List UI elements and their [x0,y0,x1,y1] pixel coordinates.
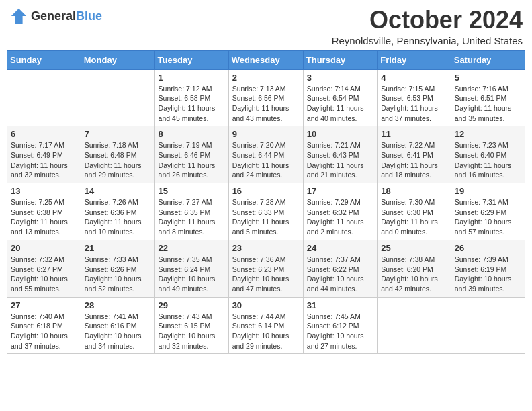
weekday-header-monday: Monday [81,50,154,69]
calendar-cell: 21Sunrise: 7:33 AMSunset: 6:26 PMDayligh… [81,240,154,297]
cell-info: Sunrise: 7:27 AMSunset: 6:35 PMDaylight:… [159,197,225,237]
calendar-cell [378,297,451,354]
cell-info: Sunrise: 7:44 AMSunset: 6:14 PMDaylight:… [232,312,300,351]
cell-info: Sunrise: 7:21 AMSunset: 6:43 PMDaylight:… [307,140,373,180]
calendar-week-row: 27Sunrise: 7:40 AMSunset: 6:18 PMDayligh… [7,297,525,354]
calendar-cell: 19Sunrise: 7:31 AMSunset: 6:29 PMDayligh… [451,183,525,240]
cell-info: Sunrise: 7:26 AMSunset: 6:36 PMDaylight:… [85,197,151,237]
day-number: 8 [159,129,225,139]
cell-info: Sunrise: 7:45 AMSunset: 6:12 PMDaylight:… [307,312,373,351]
calendar-cell: 29Sunrise: 7:43 AMSunset: 6:15 PMDayligh… [154,297,228,354]
calendar-cell: 16Sunrise: 7:28 AMSunset: 6:33 PMDayligh… [228,183,303,240]
day-number: 21 [85,243,151,253]
calendar-cell: 13Sunrise: 7:25 AMSunset: 6:38 PMDayligh… [7,183,81,240]
calendar-week-row: 13Sunrise: 7:25 AMSunset: 6:38 PMDayligh… [7,183,525,240]
cell-info: Sunrise: 7:32 AMSunset: 6:27 PMDaylight:… [11,255,77,294]
cell-info: Sunrise: 7:43 AMSunset: 6:15 PMDaylight:… [159,312,225,351]
day-number: 10 [307,129,373,139]
day-number: 31 [307,300,373,310]
day-number: 11 [381,129,447,139]
location-title: Reynoldsville, Pennsylvania, United Stat… [332,35,523,46]
calendar-cell: 17Sunrise: 7:29 AMSunset: 6:32 PMDayligh… [303,183,377,240]
cell-info: Sunrise: 7:23 AMSunset: 6:40 PMDaylight:… [455,140,521,180]
cell-info: Sunrise: 7:35 AMSunset: 6:24 PMDaylight:… [159,255,225,294]
cell-info: Sunrise: 7:40 AMSunset: 6:18 PMDaylight:… [11,312,77,351]
calendar-cell: 15Sunrise: 7:27 AMSunset: 6:35 PMDayligh… [154,183,228,240]
weekday-header-wednesday: Wednesday [228,50,303,69]
day-number: 13 [11,186,77,196]
day-number: 30 [232,300,300,310]
cell-info: Sunrise: 7:38 AMSunset: 6:20 PMDaylight:… [381,255,447,294]
cell-info: Sunrise: 7:15 AMSunset: 6:53 PMDaylight:… [381,84,447,124]
calendar-cell: 27Sunrise: 7:40 AMSunset: 6:18 PMDayligh… [7,297,81,354]
calendar-week-row: 1Sunrise: 7:12 AMSunset: 6:58 PMDaylight… [7,69,525,126]
calendar-cell: 26Sunrise: 7:39 AMSunset: 6:19 PMDayligh… [451,240,525,297]
day-number: 28 [85,300,151,310]
weekday-header-friday: Friday [378,50,451,69]
calendar-cell: 4Sunrise: 7:15 AMSunset: 6:53 PMDaylight… [378,69,451,126]
day-number: 26 [455,243,521,253]
calendar-cell: 10Sunrise: 7:21 AMSunset: 6:43 PMDayligh… [303,126,377,183]
calendar-cell: 2Sunrise: 7:13 AMSunset: 6:56 PMDaylight… [228,69,303,126]
day-number: 14 [85,186,151,196]
cell-info: Sunrise: 7:14 AMSunset: 6:54 PMDaylight:… [307,84,373,124]
cell-info: Sunrise: 7:16 AMSunset: 6:51 PMDaylight:… [455,84,521,124]
cell-info: Sunrise: 7:33 AMSunset: 6:26 PMDaylight:… [85,255,151,294]
calendar-cell: 9Sunrise: 7:20 AMSunset: 6:44 PMDaylight… [228,126,303,183]
day-number: 6 [11,129,77,139]
calendar-cell: 18Sunrise: 7:30 AMSunset: 6:30 PMDayligh… [378,183,451,240]
month-title: October 2024 [332,7,523,34]
day-number: 23 [232,243,300,253]
calendar-cell [81,69,154,126]
logo: General Blue [9,7,102,26]
cell-info: Sunrise: 7:39 AMSunset: 6:19 PMDaylight:… [455,255,521,294]
cell-info: Sunrise: 7:37 AMSunset: 6:22 PMDaylight:… [307,255,373,294]
page-header: General Blue October 2024 Reynoldsville,… [7,7,525,46]
day-number: 9 [232,129,300,139]
cell-info: Sunrise: 7:31 AMSunset: 6:29 PMDaylight:… [455,197,521,237]
weekday-header-saturday: Saturday [451,50,525,69]
day-number: 19 [455,186,521,196]
cell-info: Sunrise: 7:19 AMSunset: 6:46 PMDaylight:… [159,140,225,180]
cell-info: Sunrise: 7:20 AMSunset: 6:44 PMDaylight:… [232,140,300,180]
day-number: 12 [455,129,521,139]
day-number: 3 [307,73,373,83]
day-number: 5 [455,73,521,83]
calendar-cell: 6Sunrise: 7:17 AMSunset: 6:49 PMDaylight… [7,126,81,183]
day-number: 24 [307,243,373,253]
weekday-header-tuesday: Tuesday [154,50,228,69]
calendar-cell: 20Sunrise: 7:32 AMSunset: 6:27 PMDayligh… [7,240,81,297]
calendar-cell: 24Sunrise: 7:37 AMSunset: 6:22 PMDayligh… [303,240,377,297]
day-number: 20 [11,243,77,253]
cell-info: Sunrise: 7:28 AMSunset: 6:33 PMDaylight:… [232,197,300,237]
cell-info: Sunrise: 7:22 AMSunset: 6:41 PMDaylight:… [381,140,447,180]
cell-info: Sunrise: 7:12 AMSunset: 6:58 PMDaylight:… [159,84,225,124]
day-number: 7 [85,129,151,139]
logo-general: General [31,10,76,22]
day-number: 2 [232,73,300,83]
calendar-cell: 1Sunrise: 7:12 AMSunset: 6:58 PMDaylight… [154,69,228,126]
calendar-table: SundayMondayTuesdayWednesdayThursdayFrid… [7,50,525,355]
calendar-cell: 30Sunrise: 7:44 AMSunset: 6:14 PMDayligh… [228,297,303,354]
calendar-cell: 23Sunrise: 7:36 AMSunset: 6:23 PMDayligh… [228,240,303,297]
calendar-cell [7,69,81,126]
calendar-cell: 31Sunrise: 7:45 AMSunset: 6:12 PMDayligh… [303,297,377,354]
svg-marker-0 [11,9,26,24]
day-number: 1 [159,73,225,83]
cell-info: Sunrise: 7:41 AMSunset: 6:16 PMDaylight:… [85,312,151,351]
day-number: 25 [381,243,447,253]
day-number: 27 [11,300,77,310]
cell-info: Sunrise: 7:25 AMSunset: 6:38 PMDaylight:… [11,197,77,237]
cell-info: Sunrise: 7:29 AMSunset: 6:32 PMDaylight:… [307,197,373,237]
day-number: 15 [159,186,225,196]
day-number: 22 [159,243,225,253]
calendar-cell: 28Sunrise: 7:41 AMSunset: 6:16 PMDayligh… [81,297,154,354]
day-number: 4 [381,73,447,83]
calendar-cell: 11Sunrise: 7:22 AMSunset: 6:41 PMDayligh… [378,126,451,183]
calendar-week-row: 20Sunrise: 7:32 AMSunset: 6:27 PMDayligh… [7,240,525,297]
calendar-cell: 25Sunrise: 7:38 AMSunset: 6:20 PMDayligh… [378,240,451,297]
day-number: 17 [307,186,373,196]
calendar-cell: 7Sunrise: 7:18 AMSunset: 6:48 PMDaylight… [81,126,154,183]
logo-icon [9,7,28,26]
day-number: 29 [159,300,225,310]
